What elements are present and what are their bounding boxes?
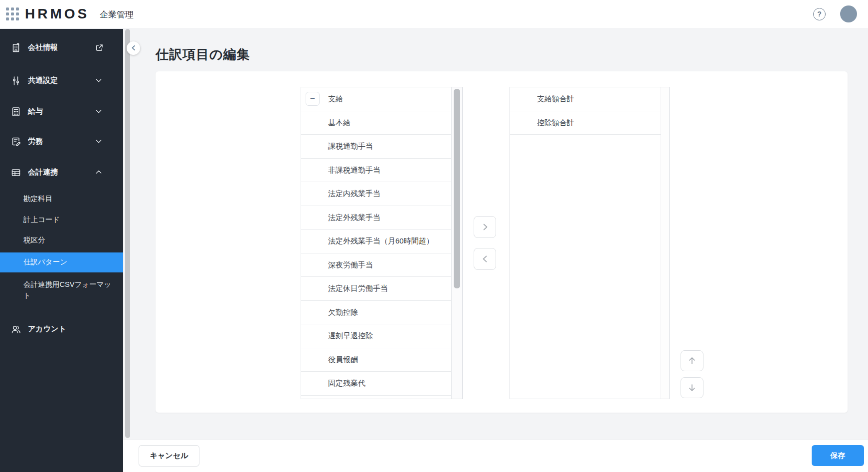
sidebar-item-csv-format[interactable]: 会計連携用CSVフォーマット	[0, 277, 123, 302]
sidebar-item-account-titles[interactable]: 勘定科目	[0, 189, 123, 209]
building-icon	[10, 42, 21, 53]
save-button[interactable]: 保存	[812, 445, 864, 466]
sidebar-item-label: 給与	[28, 107, 43, 116]
list-item[interactable]: 課税通勤手当	[301, 135, 451, 159]
calculator-icon	[10, 106, 21, 117]
chevron-left-icon	[481, 255, 489, 263]
arrow-down-icon	[688, 383, 696, 392]
users-icon	[10, 324, 21, 335]
app-grid-icon[interactable]	[6, 7, 19, 21]
sidebar-item-label: 会計連携	[28, 168, 58, 177]
chevron-down-icon	[95, 137, 104, 146]
cancel-button[interactable]: キャンセル	[139, 445, 199, 467]
content-scrollbar[interactable]	[125, 29, 130, 438]
list-item[interactable]: 法定外残業手当	[301, 206, 451, 230]
selected-list-rows: 支給額合計 控除額合計	[510, 87, 661, 399]
source-list-rows: − 支給 基本給 課税通勤手当 非課税通勤手当 法定内残業手当 法定外残業手当 …	[301, 87, 452, 399]
sidebar-item-label: 労務	[28, 137, 43, 146]
help-icon[interactable]: ?	[813, 8, 826, 20]
selected-list: 支給額合計 控除額合計	[510, 87, 670, 399]
sliders-icon	[10, 75, 21, 86]
collapse-group-button[interactable]: −	[306, 92, 320, 106]
product-name: 企業管理	[100, 9, 134, 20]
sidebar-item-journal-pattern[interactable]: 仕訳パターン	[0, 252, 123, 272]
sidebar-item-account[interactable]: アカウント	[0, 318, 123, 340]
table-icon	[10, 167, 21, 178]
list-item[interactable]: 非課税通勤手当	[301, 159, 451, 183]
sidebar-item-company-info[interactable]: 会社情報	[0, 37, 123, 59]
list-item[interactable]: 役員報酬	[301, 348, 451, 372]
document-pen-icon	[10, 136, 21, 147]
list-item[interactable]: 支給額合計	[510, 87, 661, 111]
list-item[interactable]: 欠勤控除	[301, 301, 451, 325]
sidebar-item-tax-category[interactable]: 税区分	[0, 231, 123, 250]
sidebar-item-common-settings[interactable]: 共通設定	[0, 70, 123, 92]
chevron-down-icon	[95, 76, 104, 85]
list-item[interactable]: 固定残業代	[301, 372, 451, 396]
list-item[interactable]: 控除額合計	[510, 111, 661, 135]
move-left-button[interactable]	[474, 248, 496, 270]
sidebar-item-posting-code[interactable]: 計上コード	[0, 210, 123, 230]
sidebar-item-labor[interactable]: 労務	[0, 131, 123, 153]
chevron-right-icon	[481, 223, 489, 231]
avatar[interactable]	[840, 5, 857, 22]
external-link-icon	[95, 43, 104, 52]
list-item[interactable]: 法定外残業手当（月60時間超）	[301, 230, 451, 253]
move-right-button[interactable]	[474, 216, 496, 238]
sidebar-item-payroll[interactable]: 給与	[0, 101, 123, 123]
minus-icon: −	[310, 94, 315, 103]
sidebar-item-label: アカウント	[28, 324, 66, 334]
source-list-scrollbar-track	[452, 87, 462, 399]
footer-bar	[123, 439, 868, 472]
move-down-button[interactable]	[681, 377, 703, 398]
list-item[interactable]: 法定内残業手当	[301, 182, 451, 206]
move-up-button[interactable]	[681, 350, 703, 371]
source-list: − 支給 基本給 課税通勤手当 非課税通勤手当 法定内残業手当 法定外残業手当 …	[301, 87, 463, 399]
chevron-left-icon	[131, 45, 137, 51]
list-item-group[interactable]: − 支給	[301, 87, 451, 111]
list-item[interactable]: 深夜労働手当	[301, 253, 451, 277]
sidebar-collapse-button[interactable]	[127, 41, 140, 55]
list-item	[301, 396, 451, 399]
list-item[interactable]: 遅刻早退控除	[301, 324, 451, 348]
top-header: HRMOS 企業管理 ?	[0, 0, 868, 29]
selected-list-scrollbar-track	[661, 87, 669, 399]
logo: HRMOS	[25, 6, 89, 22]
arrow-up-icon	[688, 356, 696, 365]
source-list-scrollbar-thumb[interactable]	[454, 89, 460, 288]
sidebar: 会社情報 共通設定 給与	[0, 29, 123, 472]
sidebar-item-label: 会社情報	[28, 43, 58, 52]
chevron-down-icon	[95, 107, 104, 116]
list-item[interactable]: 法定休日労働手当	[301, 277, 451, 301]
chevron-up-icon	[95, 168, 104, 177]
page-title: 仕訳項目の編集	[156, 46, 250, 63]
edit-panel-card	[156, 71, 848, 413]
sidebar-item-accounting-link[interactable]: 会計連携	[0, 162, 123, 184]
sidebar-item-label: 共通設定	[28, 76, 58, 85]
list-item[interactable]: 基本給	[301, 111, 451, 135]
